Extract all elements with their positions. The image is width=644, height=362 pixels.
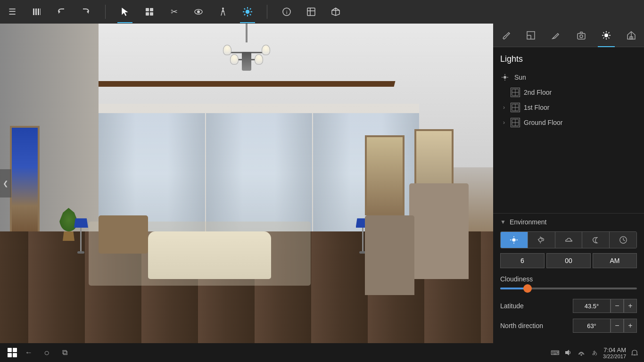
- lamp-shade-left: [74, 218, 88, 228]
- ground-floor-label: Ground Floor: [524, 119, 562, 126]
- 2nd-floor-label: 2nd Floor: [524, 89, 552, 96]
- 1st-floor-icon: [511, 103, 520, 112]
- sun-label: Sun: [514, 74, 526, 81]
- bulb-1: [223, 45, 231, 55]
- win-sq-3: [8, 353, 12, 357]
- cloudiness-slider[interactable]: [500, 288, 637, 289]
- view-icon[interactable]: [304, 4, 319, 19]
- menu-icon[interactable]: ☰: [5, 4, 20, 19]
- svg-rect-8: [146, 12, 149, 16]
- svg-line-73: [623, 240, 625, 241]
- svg-point-13: [246, 10, 250, 14]
- environment-header[interactable]: ▼ Environment: [500, 218, 637, 226]
- keyboard-tray-icon[interactable]: ⌨: [550, 348, 560, 357]
- undo-icon[interactable]: [54, 4, 69, 19]
- objects-icon[interactable]: [142, 4, 157, 19]
- chandelier-body: [223, 42, 270, 80]
- curtain-right-1: [168, 113, 205, 235]
- svg-rect-2: [38, 8, 39, 15]
- svg-line-21: [244, 14, 245, 15]
- latitude-input[interactable]: 43.5°: [573, 299, 611, 313]
- ime-tray-icon[interactable]: あ: [590, 348, 599, 357]
- volume-tray-icon[interactable]: [563, 348, 573, 357]
- lamp-pole-left: [80, 228, 82, 251]
- night-btn[interactable]: [582, 232, 610, 248]
- time-btn[interactable]: [610, 232, 636, 248]
- bulb-2: [262, 45, 270, 55]
- info-icon[interactable]: i: [279, 4, 294, 19]
- curtain-left-3: [313, 113, 350, 235]
- svg-rect-9: [150, 12, 153, 16]
- light-item-sun[interactable]: Sun: [500, 70, 637, 85]
- 2nd-floor-icon: [511, 88, 520, 97]
- svg-marker-4: [58, 10, 60, 14]
- svg-rect-0: [33, 8, 34, 15]
- taskbar-home-btn[interactable]: ○: [39, 345, 54, 360]
- svg-line-18: [244, 8, 245, 9]
- lamp-pole-right: [362, 228, 363, 251]
- latitude-row: Latitude 43.5° − +: [500, 299, 637, 313]
- sun-toolbar-icon[interactable]: [240, 4, 255, 19]
- lights-title: Lights: [500, 54, 637, 64]
- top-toolbar: ☰ ✂ i: [0, 0, 644, 24]
- floor-lamp-left: [74, 218, 88, 254]
- cube-icon[interactable]: [328, 4, 343, 19]
- svg-text:i: i: [286, 9, 287, 15]
- start-button[interactable]: [5, 345, 20, 360]
- svg-rect-6: [146, 8, 149, 11]
- eye-icon[interactable]: [191, 4, 206, 19]
- select-icon[interactable]: [117, 4, 132, 19]
- dining-chair-1: [409, 183, 469, 279]
- paint-brush-icon[interactable]: [497, 27, 514, 44]
- north-minus-btn[interactable]: −: [611, 319, 624, 333]
- windows-logo: [8, 348, 17, 357]
- light-item-ground-floor[interactable]: › Ground Floor: [500, 115, 637, 130]
- svg-point-75: [581, 354, 582, 356]
- slider-thumb[interactable]: [523, 284, 532, 293]
- taskbar-windows-btn[interactable]: ⧉: [57, 345, 72, 360]
- partly-cloudy-btn[interactable]: [528, 232, 555, 248]
- north-plus-btn[interactable]: +: [624, 319, 637, 333]
- taskbar-back-btn[interactable]: ←: [21, 345, 36, 360]
- cloudy-btn[interactable]: [555, 232, 583, 248]
- network-tray-icon[interactable]: [577, 348, 586, 357]
- pencil-icon[interactable]: [547, 27, 564, 44]
- svg-rect-34: [578, 33, 585, 39]
- taskbar-system-tray: ⌨ あ 7:04 AM 3/22/2017: [550, 346, 639, 359]
- time-period-input[interactable]: AM: [593, 253, 637, 268]
- library-icon[interactable]: [29, 4, 44, 19]
- camera-icon[interactable]: [573, 27, 590, 44]
- ground-floor-icon: [511, 118, 520, 127]
- latitude-plus-btn[interactable]: +: [624, 299, 637, 313]
- time-minutes-input[interactable]: 00: [546, 253, 591, 268]
- clock-date: 3/22/2017: [603, 354, 626, 359]
- bulb-4: [255, 54, 263, 65]
- light-item-1st-floor[interactable]: › 1st Floor: [500, 100, 637, 115]
- north-direction-input[interactable]: 63°: [573, 319, 611, 333]
- time-row: 6 00 AM: [500, 253, 637, 268]
- weather-buttons: [500, 231, 637, 248]
- svg-point-11: [197, 10, 200, 13]
- house-icon[interactable]: [623, 27, 640, 44]
- latitude-minus-btn[interactable]: −: [611, 299, 624, 313]
- walk-icon[interactable]: [215, 4, 231, 19]
- left-panel-arrow[interactable]: ❮: [0, 169, 11, 197]
- svg-rect-24: [307, 8, 315, 16]
- taskbar: ← ○ ⧉ ⌨ あ 7:04 AM 3/22/2017: [0, 343, 644, 362]
- sunny-weather-btn[interactable]: [501, 232, 528, 248]
- plant-pot-1: [63, 231, 74, 241]
- ceiling-beam-1: [74, 81, 396, 87]
- viewport[interactable]: ❮: [0, 24, 493, 343]
- notifications-tray-icon[interactable]: [630, 348, 639, 357]
- artwork-right-1: [365, 135, 405, 215]
- floor-plan-icon[interactable]: [522, 27, 539, 44]
- redo-icon[interactable]: [78, 4, 93, 19]
- light-item-2nd-floor[interactable]: 2nd Floor: [500, 85, 637, 100]
- sun-right-icon[interactable]: [598, 27, 615, 44]
- right-panel: Lights Sun 2nd Floor ›: [493, 24, 644, 343]
- win-sq-2: [13, 348, 17, 352]
- time-hour-input[interactable]: 6: [500, 253, 545, 268]
- scissors-icon[interactable]: ✂: [166, 4, 182, 19]
- north-direction-row: North direction 63° − +: [500, 319, 637, 333]
- 1st-floor-chevron: ›: [500, 104, 508, 111]
